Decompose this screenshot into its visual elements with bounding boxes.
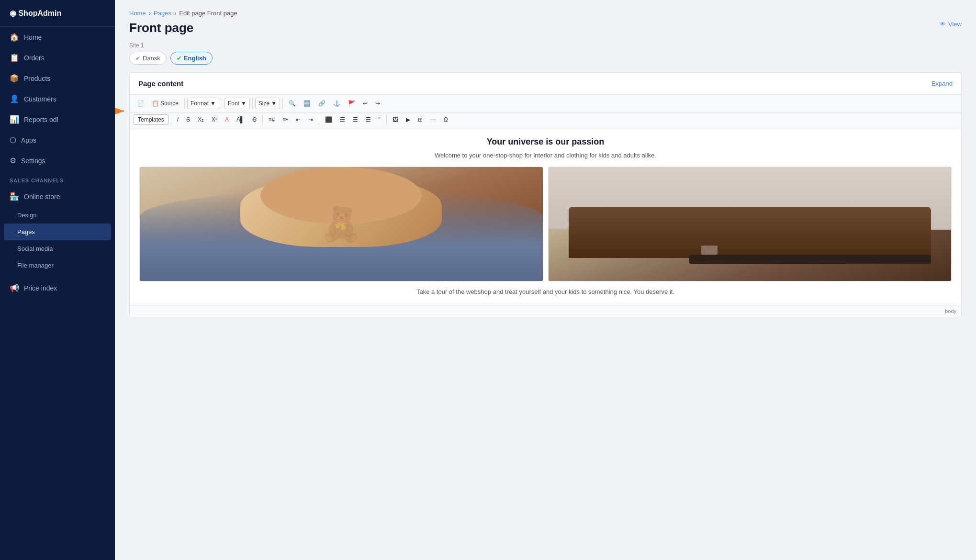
sidebar-logo: ◉ ShopAdmin: [0, 0, 115, 27]
link-button[interactable]: 🔗: [315, 98, 329, 109]
format-chevron-icon: ▼: [210, 100, 216, 107]
breadcrumb: Home › Pages › Edit page Front page: [129, 10, 962, 17]
sidebar: ◉ ShopAdmin 🏠 Home 📋 Orders 📦 Products 👤…: [0, 0, 115, 560]
editor-footer: body: [130, 305, 961, 317]
sidebar-sub-file-manager[interactable]: File manager: [0, 257, 115, 274]
clear-format-button[interactable]: Ꞡ: [249, 114, 260, 125]
search-button[interactable]: 🔍: [285, 98, 299, 109]
breadcrumb-pages[interactable]: Pages: [154, 10, 171, 17]
source-icon: 📋: [152, 100, 159, 107]
editor-card-title: Page content: [138, 79, 183, 88]
english-check-icon: ✔: [177, 55, 181, 62]
anchor-button[interactable]: ⚓: [330, 98, 344, 109]
breadcrumb-current: Edit page Front page: [179, 10, 237, 17]
toolbar-sep-4: [282, 98, 283, 109]
blockquote-button[interactable]: ": [375, 114, 384, 125]
format-dropdown[interactable]: Format ▼: [187, 98, 219, 109]
lang-tabs: ✔ Dansk ✔ English: [129, 52, 962, 65]
strikethrough-button[interactable]: S: [183, 114, 193, 125]
font-chevron-icon: ▼: [241, 100, 247, 107]
video-button[interactable]: ▶: [403, 114, 414, 125]
increase-indent-button[interactable]: ⇥: [305, 114, 316, 125]
align-justify-button[interactable]: ☰: [362, 114, 374, 125]
editor-subtext: Welcome to your one-stop-shop for interi…: [139, 152, 952, 159]
dansk-check-icon: ✔: [135, 55, 140, 62]
lang-tab-english[interactable]: ✔ English: [170, 52, 213, 65]
toolbar-sep-2: [222, 98, 222, 109]
sidebar-item-price-index[interactable]: 📢 Price index: [0, 278, 115, 298]
home-icon: 🏠: [10, 33, 19, 42]
sidebar-item-products[interactable]: 📦 Products: [0, 68, 115, 89]
spellcheck-icon: 🔤: [303, 100, 311, 107]
page-title-group: Front page: [129, 21, 193, 35]
sidebar-item-orders[interactable]: 📋 Orders: [0, 47, 115, 68]
toolbar-sep-3: [252, 98, 253, 109]
table-button[interactable]: ⊞: [415, 114, 426, 125]
sidebar-item-online-store[interactable]: 🏪 Online store: [0, 186, 115, 207]
unordered-list-button[interactable]: ≡•: [279, 114, 291, 125]
toolbar-sep-6: [262, 114, 263, 125]
editor-card: Page content Expand 📄: [129, 72, 962, 317]
breadcrumb-sep2: ›: [174, 10, 176, 17]
editor-toolbar-row1: 📄 📋 Source Format ▼ Font ▼: [130, 95, 961, 112]
sidebar-sub-pages[interactable]: Pages: [4, 224, 111, 240]
sidebar-sub-design[interactable]: Design: [0, 207, 115, 224]
customers-icon: 👤: [10, 94, 19, 103]
link-icon: 🔗: [318, 100, 325, 107]
sidebar-item-customers[interactable]: 👤 Customers: [0, 89, 115, 109]
align-center-button[interactable]: ☰: [337, 114, 348, 125]
main-area: Home › Pages › Edit page Front page Fron…: [115, 0, 976, 560]
font-color-button[interactable]: A: [222, 114, 232, 125]
orders-icon: 📋: [10, 53, 19, 62]
price-index-icon: 📢: [10, 283, 19, 292]
font-dropdown[interactable]: Font ▼: [224, 98, 250, 109]
editor-headline: Your universe is our passion: [139, 137, 952, 147]
ordered-list-button[interactable]: ≡#: [265, 114, 279, 125]
site-label: Site 1: [129, 42, 962, 49]
online-store-icon: 🏪: [10, 192, 19, 201]
subscript-button[interactable]: X₂: [194, 114, 207, 125]
sales-channels-label: SALES CHANNELS: [0, 171, 115, 186]
editor-content[interactable]: Your universe is our passion Welcome to …: [130, 127, 961, 305]
flag-button[interactable]: 🚩: [345, 98, 359, 109]
bg-color-button[interactable]: A▌: [233, 114, 248, 125]
sidebar-sub-social-media[interactable]: Social media: [0, 240, 115, 257]
breadcrumb-sep1: ›: [149, 10, 151, 17]
view-link[interactable]: 👁 View: [940, 21, 962, 28]
editor-images: 🧸: [139, 167, 952, 281]
sidebar-item-settings[interactable]: ⚙ Settings: [0, 150, 115, 171]
page-title: Front page: [129, 21, 193, 35]
new-doc-button[interactable]: 📄: [134, 98, 147, 109]
reports-icon: 📊: [10, 115, 19, 124]
source-button[interactable]: 📋 Source: [148, 98, 182, 109]
undo-button[interactable]: ↩: [359, 98, 371, 109]
sidebar-item-home[interactable]: 🏠 Home: [0, 27, 115, 47]
spellcheck-button[interactable]: 🔤: [300, 98, 314, 109]
redo-button[interactable]: ↪: [372, 98, 383, 109]
superscript-button[interactable]: X²: [208, 114, 221, 125]
editor-toolbar-row2: Templates I S X₂ X² A A▌ Ꞡ ≡# ≡• ⇤ ⇥ ⬛: [130, 112, 961, 127]
expand-link[interactable]: Expand: [931, 80, 953, 87]
italic-button[interactable]: I: [174, 114, 182, 125]
image-button[interactable]: 🖼: [389, 114, 402, 125]
decrease-indent-button[interactable]: ⇤: [292, 114, 304, 125]
toolbar-sep-8: [386, 114, 387, 125]
toolbar-sep-7: [319, 114, 319, 125]
sidebar-item-reports[interactable]: 📊 Reports odl: [0, 109, 115, 130]
page-header: Front page 👁 View: [129, 21, 962, 35]
lang-tab-dansk[interactable]: ✔ Dansk: [129, 52, 167, 65]
apps-icon: ⬡: [10, 135, 16, 145]
horizontal-rule-button[interactable]: —: [427, 114, 439, 125]
undo-icon: ↩: [363, 100, 368, 107]
align-right-button[interactable]: ☰: [349, 114, 361, 125]
align-left-button[interactable]: ⬛: [322, 114, 336, 125]
breadcrumb-home[interactable]: Home: [129, 10, 146, 17]
sidebar-item-apps[interactable]: ⬡ Apps: [0, 130, 115, 150]
size-dropdown[interactable]: Size ▼: [255, 98, 280, 109]
child-image: 🧸: [139, 167, 543, 281]
flag-icon: 🚩: [348, 100, 355, 107]
editor-bottom-text: Take a tour of the webshop and treat you…: [139, 288, 952, 295]
special-char-button[interactable]: Ω: [440, 114, 451, 125]
content-area: Home › Pages › Edit page Front page Fron…: [115, 0, 976, 560]
eye-icon: 👁: [940, 21, 946, 28]
